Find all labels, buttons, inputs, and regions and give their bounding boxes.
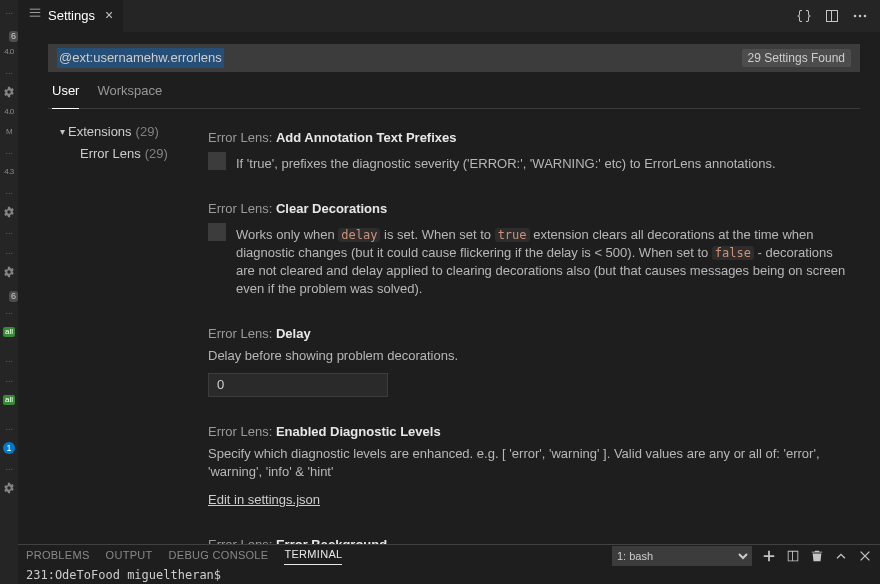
gear-icon[interactable] — [0, 82, 18, 102]
activity-item-install[interactable]: all — [0, 390, 18, 410]
scope-tabs: User Workspace — [48, 72, 860, 109]
bottom-panel: Problems Output Debug Console Terminal 1… — [18, 544, 880, 584]
toc-label: Error Lens — [80, 145, 141, 163]
tab-bar: Settings × — [18, 0, 880, 32]
toc-count: (29) — [136, 123, 159, 141]
svg-point-2 — [864, 15, 867, 18]
panel-tab-debug[interactable]: Debug Console — [169, 548, 269, 563]
setting-title: Error Lens: Enabled Diagnostic Levels — [208, 423, 850, 441]
setting-item: Error Lens: Clear Decorations Works only… — [208, 192, 850, 317]
toc-item-extensions[interactable]: ▾ Extensions (29) — [56, 121, 208, 143]
activity-item[interactable]: M — [0, 122, 18, 142]
toc-item-errorlens[interactable]: Error Lens (29) — [56, 143, 208, 165]
svg-point-0 — [854, 15, 857, 18]
activity-item[interactable]: 6 — [0, 22, 18, 42]
activity-item[interactable]: … — [0, 350, 18, 370]
activity-item[interactable]: … — [0, 242, 18, 262]
terminal-selector[interactable]: 1: bash — [612, 546, 752, 566]
activity-item[interactable]: … — [0, 222, 18, 242]
activity-item-install[interactable]: all — [0, 322, 18, 342]
open-json-icon[interactable] — [796, 8, 812, 24]
delay-input[interactable] — [208, 373, 388, 397]
setting-item: Error Lens: Add Annotation Text Prefixes… — [208, 121, 850, 191]
activity-item[interactable]: … — [0, 2, 18, 22]
settings-icon — [28, 6, 42, 25]
chevron-up-icon[interactable] — [834, 549, 848, 563]
settings-list[interactable]: Error Lens: Add Annotation Text Prefixes… — [208, 117, 860, 544]
settings-search-input[interactable]: @ext:usernamehw.errorlens 29 Settings Fo… — [48, 44, 860, 72]
setting-description: Delay before showing problem decorations… — [208, 347, 850, 365]
svg-point-1 — [859, 15, 862, 18]
setting-item: Error Lens: Error Background — [208, 528, 850, 544]
setting-title: Error Lens: Add Annotation Text Prefixes — [208, 129, 850, 147]
checkbox[interactable] — [208, 223, 226, 241]
activity-item[interactable]: 4.3 — [0, 162, 18, 182]
activity-item[interactable]: … — [0, 370, 18, 390]
chevron-down-icon: ▾ — [56, 125, 68, 139]
activity-item[interactable]: … — [0, 458, 18, 478]
panel-tab-output[interactable]: Output — [106, 548, 153, 563]
activity-item[interactable]: 6 — [0, 282, 18, 302]
activity-item[interactable]: … — [0, 418, 18, 438]
activity-item[interactable]: … — [0, 182, 18, 202]
new-terminal-icon[interactable] — [762, 549, 776, 563]
search-result-count: 29 Settings Found — [742, 49, 851, 68]
setting-description: Specify which diagnostic levels are enha… — [208, 445, 850, 481]
settings-editor: @ext:usernamehw.errorlens 29 Settings Fo… — [18, 32, 880, 544]
tab-title: Settings — [48, 7, 95, 25]
activity-item[interactable]: 4.0 — [0, 102, 18, 122]
scope-tab-user[interactable]: User — [52, 82, 79, 109]
setting-description: Works only when delay is set. When set t… — [236, 226, 850, 299]
split-editor-icon[interactable] — [824, 8, 840, 24]
activity-item[interactable]: … — [0, 302, 18, 322]
setting-item: Error Lens: Delay Delay before showing p… — [208, 317, 850, 415]
search-query: @ext:usernamehw.errorlens — [57, 48, 224, 68]
edit-in-settings-json-link[interactable]: Edit in settings.json — [208, 491, 320, 509]
main-column: Settings × @ext:usernamehw.errorlens 29 … — [18, 0, 880, 584]
scope-tab-workspace[interactable]: Workspace — [97, 82, 162, 108]
panel-tab-terminal[interactable]: Terminal — [284, 547, 342, 565]
split-terminal-icon[interactable] — [786, 549, 800, 563]
toc-count: (29) — [145, 145, 168, 163]
setting-title: Error Lens: Error Background — [208, 536, 850, 544]
setting-description: If 'true', prefixes the diagnostic sever… — [236, 155, 776, 173]
gear-icon[interactable] — [0, 202, 18, 222]
panel-tab-bar: Problems Output Debug Console Terminal 1… — [18, 545, 880, 567]
activity-item[interactable]: … — [0, 142, 18, 162]
checkbox[interactable] — [208, 152, 226, 170]
activity-item[interactable]: … — [0, 62, 18, 82]
close-icon[interactable]: × — [105, 6, 113, 26]
toc-label: Extensions — [68, 123, 132, 141]
setting-title: Error Lens: Clear Decorations — [208, 200, 850, 218]
setting-title: Error Lens: Delay — [208, 325, 850, 343]
kill-terminal-icon[interactable] — [810, 549, 824, 563]
gear-icon[interactable] — [0, 262, 18, 282]
activity-item[interactable]: 1 — [0, 438, 18, 458]
activity-bar: … 6 4.0 … 4.0 M … 4.3 … … … 6 … all … … … — [0, 0, 18, 584]
activity-item[interactable]: 4.0 — [0, 42, 18, 62]
tab-settings[interactable]: Settings × — [18, 0, 123, 32]
gear-icon[interactable] — [0, 478, 18, 498]
terminal-prompt[interactable]: 231:OdeToFood migueltheran$ — [18, 567, 880, 584]
setting-item: Error Lens: Enabled Diagnostic Levels Sp… — [208, 415, 850, 528]
panel-tab-problems[interactable]: Problems — [26, 548, 90, 563]
settings-toc: ▾ Extensions (29) Error Lens (29) — [48, 117, 208, 544]
close-panel-icon[interactable] — [858, 549, 872, 563]
more-icon[interactable] — [852, 8, 868, 24]
